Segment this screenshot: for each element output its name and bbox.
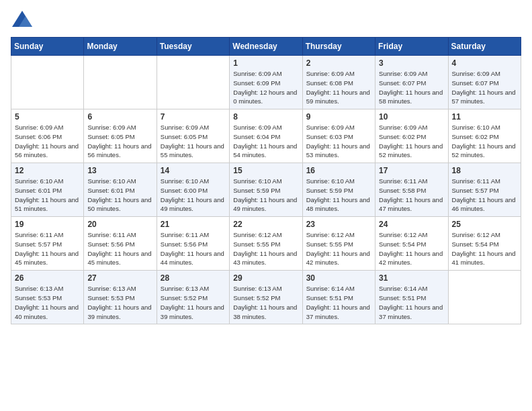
day-info: Sunrise: 6:09 AM Sunset: 6:09 PM Dayligh… xyxy=(233,69,298,106)
day-number: 25 xyxy=(452,220,517,229)
day-number: 7 xyxy=(161,112,226,122)
day-number: 13 xyxy=(87,166,152,175)
column-header-monday: Monday xyxy=(84,38,157,56)
column-header-friday: Friday xyxy=(375,38,448,56)
day-info: Sunrise: 6:10 AM Sunset: 6:02 PM Dayligh… xyxy=(452,123,517,160)
calendar-cell: 30Sunrise: 6:14 AM Sunset: 5:51 PM Dayli… xyxy=(302,271,375,324)
day-info: Sunrise: 6:10 AM Sunset: 5:59 PM Dayligh… xyxy=(306,177,371,214)
day-number: 3 xyxy=(379,58,444,68)
day-number: 24 xyxy=(379,220,444,229)
calendar-cell: 2Sunrise: 6:09 AM Sunset: 6:08 PM Daylig… xyxy=(302,56,375,109)
logo-icon xyxy=(12,11,32,27)
day-info: Sunrise: 6:11 AM Sunset: 5:57 PM Dayligh… xyxy=(452,177,517,214)
day-info: Sunrise: 6:09 AM Sunset: 6:06 PM Dayligh… xyxy=(15,123,80,160)
column-header-wednesday: Wednesday xyxy=(230,38,302,56)
calendar-header-row: SundayMondayTuesdayWednesdayThursdayFrid… xyxy=(11,38,521,56)
calendar-cell: 12Sunrise: 6:10 AM Sunset: 6:01 PM Dayli… xyxy=(11,163,84,217)
day-info: Sunrise: 6:12 AM Sunset: 5:54 PM Dayligh… xyxy=(379,230,444,267)
calendar-cell: 14Sunrise: 6:10 AM Sunset: 6:00 PM Dayli… xyxy=(157,163,229,217)
day-number: 19 xyxy=(15,220,80,229)
column-header-saturday: Saturday xyxy=(448,38,521,56)
day-info: Sunrise: 6:09 AM Sunset: 6:08 PM Dayligh… xyxy=(306,69,371,106)
calendar-cell: 29Sunrise: 6:13 AM Sunset: 5:52 PM Dayli… xyxy=(230,271,302,324)
day-number: 28 xyxy=(161,273,226,283)
day-info: Sunrise: 6:09 AM Sunset: 6:04 PM Dayligh… xyxy=(233,123,298,160)
day-info: Sunrise: 6:11 AM Sunset: 5:58 PM Dayligh… xyxy=(379,177,444,214)
calendar-cell: 27Sunrise: 6:13 AM Sunset: 5:53 PM Dayli… xyxy=(84,271,157,324)
calendar-cell: 20Sunrise: 6:11 AM Sunset: 5:56 PM Dayli… xyxy=(84,217,157,271)
day-info: Sunrise: 6:09 AM Sunset: 6:07 PM Dayligh… xyxy=(379,69,444,106)
day-number: 5 xyxy=(15,112,80,122)
calendar-cell: 21Sunrise: 6:11 AM Sunset: 5:56 PM Dayli… xyxy=(157,217,229,271)
day-number: 22 xyxy=(233,220,298,229)
day-info: Sunrise: 6:13 AM Sunset: 5:53 PM Dayligh… xyxy=(87,284,152,321)
calendar-cell: 19Sunrise: 6:11 AM Sunset: 5:57 PM Dayli… xyxy=(11,217,84,271)
day-info: Sunrise: 6:11 AM Sunset: 5:56 PM Dayligh… xyxy=(87,230,152,267)
day-info: Sunrise: 6:12 AM Sunset: 5:54 PM Dayligh… xyxy=(452,230,517,267)
calendar-cell: 7Sunrise: 6:09 AM Sunset: 6:05 PM Daylig… xyxy=(157,109,229,163)
day-number: 29 xyxy=(233,273,298,283)
column-header-sunday: Sunday xyxy=(11,38,84,56)
calendar-week-row: 19Sunrise: 6:11 AM Sunset: 5:57 PM Dayli… xyxy=(11,217,521,271)
calendar-cell: 15Sunrise: 6:10 AM Sunset: 5:59 PM Dayli… xyxy=(230,163,302,217)
day-info: Sunrise: 6:13 AM Sunset: 5:52 PM Dayligh… xyxy=(161,284,226,321)
day-number: 16 xyxy=(306,166,371,175)
day-number: 17 xyxy=(379,166,444,175)
logo xyxy=(11,11,32,30)
day-number: 8 xyxy=(233,112,298,122)
calendar-cell: 17Sunrise: 6:11 AM Sunset: 5:58 PM Dayli… xyxy=(375,163,448,217)
day-number: 15 xyxy=(233,166,298,175)
calendar-cell xyxy=(84,56,157,109)
day-number: 4 xyxy=(452,58,517,68)
day-number: 2 xyxy=(306,58,371,68)
calendar-cell: 3Sunrise: 6:09 AM Sunset: 6:07 PM Daylig… xyxy=(375,56,448,109)
calendar-cell: 11Sunrise: 6:10 AM Sunset: 6:02 PM Dayli… xyxy=(448,109,521,163)
calendar-cell xyxy=(11,56,84,109)
day-info: Sunrise: 6:13 AM Sunset: 5:52 PM Dayligh… xyxy=(233,284,298,321)
calendar-week-row: 12Sunrise: 6:10 AM Sunset: 6:01 PM Dayli… xyxy=(11,163,521,217)
column-header-thursday: Thursday xyxy=(302,38,375,56)
day-number: 31 xyxy=(379,273,444,283)
calendar-cell: 9Sunrise: 6:09 AM Sunset: 6:03 PM Daylig… xyxy=(302,109,375,163)
day-number: 14 xyxy=(161,166,226,175)
day-info: Sunrise: 6:11 AM Sunset: 5:56 PM Dayligh… xyxy=(161,230,226,267)
calendar-cell: 10Sunrise: 6:09 AM Sunset: 6:02 PM Dayli… xyxy=(375,109,448,163)
day-number: 30 xyxy=(306,273,371,283)
day-number: 12 xyxy=(15,166,80,175)
column-header-tuesday: Tuesday xyxy=(157,38,229,56)
calendar-cell xyxy=(157,56,229,109)
page-header xyxy=(11,11,521,30)
calendar-cell xyxy=(448,271,521,324)
day-number: 11 xyxy=(452,112,517,122)
calendar-cell: 1Sunrise: 6:09 AM Sunset: 6:09 PM Daylig… xyxy=(230,56,302,109)
day-info: Sunrise: 6:10 AM Sunset: 6:01 PM Dayligh… xyxy=(15,177,80,214)
day-number: 10 xyxy=(379,112,444,122)
calendar-week-row: 5Sunrise: 6:09 AM Sunset: 6:06 PM Daylig… xyxy=(11,109,521,163)
calendar-week-row: 1Sunrise: 6:09 AM Sunset: 6:09 PM Daylig… xyxy=(11,56,521,109)
day-info: Sunrise: 6:09 AM Sunset: 6:02 PM Dayligh… xyxy=(379,123,444,160)
day-number: 6 xyxy=(87,112,152,122)
day-number: 27 xyxy=(87,273,152,283)
day-info: Sunrise: 6:10 AM Sunset: 6:00 PM Dayligh… xyxy=(161,177,226,214)
calendar-cell: 24Sunrise: 6:12 AM Sunset: 5:54 PM Dayli… xyxy=(375,217,448,271)
calendar-table: SundayMondayTuesdayWednesdayThursdayFrid… xyxy=(11,37,521,324)
day-info: Sunrise: 6:09 AM Sunset: 6:03 PM Dayligh… xyxy=(306,123,371,160)
day-number: 18 xyxy=(452,166,517,175)
calendar-cell: 23Sunrise: 6:12 AM Sunset: 5:55 PM Dayli… xyxy=(302,217,375,271)
calendar-cell: 31Sunrise: 6:14 AM Sunset: 5:51 PM Dayli… xyxy=(375,271,448,324)
calendar-week-row: 26Sunrise: 6:13 AM Sunset: 5:53 PM Dayli… xyxy=(11,271,521,324)
day-info: Sunrise: 6:10 AM Sunset: 6:01 PM Dayligh… xyxy=(87,177,152,214)
day-info: Sunrise: 6:12 AM Sunset: 5:55 PM Dayligh… xyxy=(306,230,371,267)
day-info: Sunrise: 6:10 AM Sunset: 5:59 PM Dayligh… xyxy=(233,177,298,214)
day-info: Sunrise: 6:11 AM Sunset: 5:57 PM Dayligh… xyxy=(15,230,80,267)
day-number: 23 xyxy=(306,220,371,229)
calendar-cell: 4Sunrise: 6:09 AM Sunset: 6:07 PM Daylig… xyxy=(448,56,521,109)
day-info: Sunrise: 6:13 AM Sunset: 5:53 PM Dayligh… xyxy=(15,284,80,321)
calendar-cell: 26Sunrise: 6:13 AM Sunset: 5:53 PM Dayli… xyxy=(11,271,84,324)
day-info: Sunrise: 6:12 AM Sunset: 5:55 PM Dayligh… xyxy=(233,230,298,267)
day-number: 9 xyxy=(306,112,371,122)
day-number: 20 xyxy=(87,220,152,229)
day-info: Sunrise: 6:09 AM Sunset: 6:05 PM Dayligh… xyxy=(87,123,152,160)
calendar-cell: 5Sunrise: 6:09 AM Sunset: 6:06 PM Daylig… xyxy=(11,109,84,163)
calendar-cell: 16Sunrise: 6:10 AM Sunset: 5:59 PM Dayli… xyxy=(302,163,375,217)
